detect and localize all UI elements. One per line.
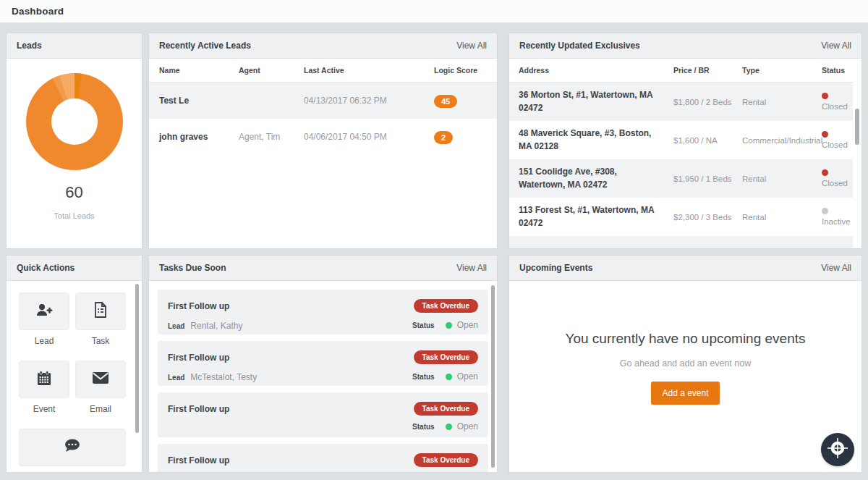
active-leads-title: Recently Active Leads: [159, 41, 251, 51]
open-status-dot: [446, 374, 452, 380]
logic-score-badge: 45: [434, 95, 457, 108]
add-event-button[interactable]: Add a event: [651, 382, 719, 405]
status-dot: [822, 131, 828, 138]
task-document-icon: [93, 301, 109, 321]
person-plus-icon: [35, 301, 54, 321]
exclusives-scrollbar[interactable]: [855, 109, 859, 145]
quick-action-lead-label: Lead: [35, 336, 54, 346]
task-card[interactable]: First Follow up Task Overdue LeadMcTesta…: [158, 341, 488, 386]
tasks-scrollbar[interactable]: [491, 285, 495, 468]
exclusive-row-partial[interactable]: [509, 236, 853, 248]
task-overdue-badge: Task Overdue: [414, 402, 478, 416]
status-dot: [822, 169, 828, 176]
active-leads-view-all-link[interactable]: View All: [456, 41, 487, 51]
col-last-active: Last Active: [304, 66, 434, 75]
quick-action-lead-button[interactable]: [19, 292, 69, 330]
events-title: Upcoming Events: [519, 263, 592, 273]
quick-actions-title: Quick Actions: [17, 263, 75, 273]
exclusive-row[interactable]: 151 Coolidge Ave, #308, Watertown, MA 02…: [509, 159, 853, 198]
quick-action-chat-button[interactable]: [19, 429, 126, 466]
status-dot: [822, 93, 828, 99]
quick-action-email-label: Email: [90, 404, 111, 414]
leads-donut-chart: [26, 73, 123, 170]
chat-bubble-icon: [63, 437, 82, 458]
events-view-all-link[interactable]: View All: [821, 263, 851, 273]
no-events-subtitle: Go ahead and add an event now: [509, 358, 861, 369]
donut-hole: [51, 98, 98, 145]
total-leads-label: Total Leads: [54, 211, 94, 220]
total-leads-value: 60: [65, 183, 82, 202]
active-leads-header: Recently Active Leads View All: [149, 33, 497, 59]
col-status: Status: [822, 66, 853, 75]
col-price-br: Price / BR: [673, 66, 742, 75]
tasks-due-soon-panel: Tasks Due Soon View All First Follow up …: [148, 255, 498, 473]
task-card[interactable]: First Follow up Task Overdue LeadRental,…: [158, 290, 488, 334]
active-lead-row[interactable]: john graves Agent, Tim 04/06/2017 04:50 …: [149, 119, 497, 155]
exclusives-title: Recently Updated Exclusives: [519, 41, 640, 51]
col-name: Name: [159, 66, 239, 75]
leads-panel: Leads 60 Total Leads: [6, 33, 142, 249]
col-type: Type: [742, 66, 822, 75]
no-events-message: You currently have no upcoming events: [509, 331, 861, 347]
active-lead-row[interactable]: Test Le 04/13/2017 06:32 PM 45: [149, 83, 497, 119]
recently-updated-exclusives-panel: Recently Updated Exclusives View All Add…: [509, 33, 862, 249]
exclusives-view-all-link[interactable]: View All: [821, 41, 851, 51]
leads-panel-header: Leads: [7, 33, 142, 59]
tasks-view-all-link[interactable]: View All: [456, 263, 487, 273]
task-overdue-badge: Task Overdue: [414, 453, 478, 467]
status-dot: [822, 208, 828, 214]
logic-score-badge: 2: [434, 131, 453, 144]
quick-actions-scrollbar[interactable]: [135, 284, 139, 433]
exclusive-row[interactable]: 36 Morton St, #1, Watertown, MA 02472 $1…: [509, 83, 853, 121]
open-status-dot: [446, 322, 452, 329]
quick-action-task-label: Task: [92, 336, 110, 346]
page-title: Dashboard: [12, 6, 64, 17]
envelope-icon: [91, 371, 110, 388]
calendar-icon: [35, 369, 53, 390]
exclusives-header: Recently Updated Exclusives View All: [509, 33, 861, 59]
quick-action-event-button[interactable]: [19, 361, 69, 398]
upcoming-events-panel: Upcoming Events View All You currently h…: [509, 255, 862, 473]
exclusive-row[interactable]: 48 Maverick Square, #3, Boston, MA 02128…: [509, 121, 853, 159]
exclusive-row[interactable]: 113 Forest St, #1, Watertown, MA 02472 $…: [509, 198, 853, 236]
tasks-title: Tasks Due Soon: [159, 263, 226, 273]
task-overdue-badge: Task Overdue: [414, 350, 478, 364]
task-overdue-badge: Task Overdue: [414, 299, 478, 313]
target-fab-button[interactable]: [821, 433, 854, 466]
col-address: Address: [519, 66, 673, 75]
task-card[interactable]: First Follow up Task Overdue LeadMcTesta…: [158, 444, 488, 472]
target-crosshair-icon: [825, 436, 850, 463]
quick-actions-panel: Quick Actions Lead Task: [6, 255, 142, 473]
top-bar: Dashboard: [0, 0, 868, 23]
events-header: Upcoming Events View All: [509, 256, 861, 281]
task-card[interactable]: First Follow up Task Overdue StatusOpen: [158, 392, 488, 437]
active-leads-column-headers: Name Agent Last Active Logic Score: [149, 59, 497, 83]
quick-actions-header: Quick Actions: [7, 256, 142, 281]
quick-action-task-button[interactable]: [75, 292, 126, 330]
col-logic-score: Logic Score: [434, 66, 497, 75]
tasks-header: Tasks Due Soon View All: [149, 256, 497, 281]
open-status-dot: [446, 424, 452, 430]
col-agent: Agent: [239, 66, 304, 75]
quick-action-email-button[interactable]: [75, 361, 126, 398]
quick-action-event-label: Event: [33, 404, 56, 414]
leads-panel-title: Leads: [17, 41, 42, 51]
recently-active-leads-panel: Recently Active Leads View All Name Agen…: [148, 33, 498, 249]
exclusives-column-headers: Address Price / BR Type Status: [509, 59, 853, 83]
